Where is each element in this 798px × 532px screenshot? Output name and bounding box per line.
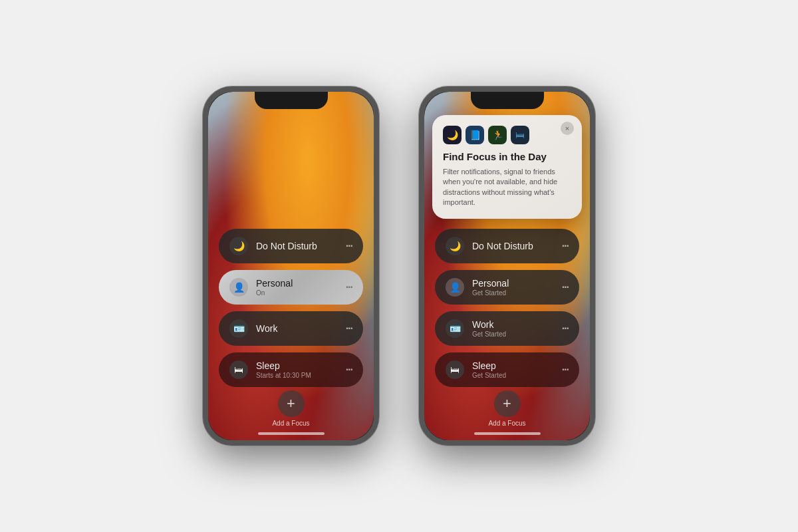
dots-work[interactable]: ··· bbox=[346, 323, 352, 334]
focus-text-do-not-disturb: Do Not Disturb bbox=[256, 241, 338, 252]
phone-2-focus-list: 🌙 Do Not Disturb ··· 👤 Personal Get Star… bbox=[424, 229, 590, 387]
p2-focus-subtitle-work: Get Started bbox=[472, 331, 554, 338]
dots-do-not-disturb[interactable]: ··· bbox=[346, 240, 352, 252]
popup-title: Find Focus in the Day bbox=[443, 151, 571, 163]
phone-2: × 🌙 📘 🏃 🛏 Find Focus in the Day Filter n… bbox=[419, 86, 595, 446]
phone-1: 🌙 Do Not Disturb ··· 👤 Personal On ··· bbox=[203, 86, 379, 446]
p2-focus-title-personal: Personal bbox=[472, 278, 554, 289]
p2-dots-do-not-disturb[interactable]: ··· bbox=[562, 240, 569, 252]
p2-focus-text-do-not-disturb: Do Not Disturb bbox=[472, 241, 554, 252]
phone-1-frame: 🌙 Do Not Disturb ··· 👤 Personal On ··· bbox=[203, 86, 379, 446]
phone-2-item-do-not-disturb[interactable]: 🌙 Do Not Disturb ··· bbox=[435, 229, 579, 263]
phone-1-home-indicator bbox=[258, 432, 325, 435]
popup-book-icon: 📘 bbox=[466, 126, 484, 144]
p2-focus-title-work: Work bbox=[472, 319, 554, 331]
focus-subtitle-sleep: Starts at 10:30 PM bbox=[256, 372, 338, 379]
p2-dots-personal[interactable]: ··· bbox=[562, 281, 569, 293]
popup-bed-icon: 🛏 bbox=[511, 126, 529, 144]
p2-dots-sleep[interactable]: ··· bbox=[562, 364, 569, 376]
popup-moon-icon: 🌙 bbox=[443, 126, 462, 144]
focus-title-do-not-disturb: Do Not Disturb bbox=[256, 241, 338, 252]
briefcase-icon: 🪪 bbox=[229, 319, 248, 338]
add-focus-button[interactable]: + bbox=[278, 390, 305, 417]
find-focus-popup: × 🌙 📘 🏃 🛏 Find Focus in the Day Filter n… bbox=[432, 115, 582, 219]
phone-1-item-sleep[interactable]: 🛏 Sleep Starts at 10:30 PM ··· bbox=[219, 352, 363, 387]
p2-focus-text-personal: Personal Get Started bbox=[472, 278, 554, 297]
add-focus-label: Add a Focus bbox=[272, 420, 309, 427]
phone-2-home-indicator bbox=[474, 432, 541, 435]
p2-dots-work[interactable]: ··· bbox=[562, 323, 569, 334]
bed-icon: 🛏 bbox=[229, 360, 248, 379]
focus-title-sleep: Sleep bbox=[256, 360, 338, 372]
phone-2-add-focus[interactable]: + Add a Focus bbox=[488, 390, 525, 427]
phone-2-item-sleep[interactable]: 🛏 Sleep Get Started ··· bbox=[435, 352, 579, 387]
person-icon: 👤 bbox=[229, 278, 248, 297]
p2-focus-title-sleep: Sleep bbox=[472, 360, 554, 372]
p2-focus-title-do-not-disturb: Do Not Disturb bbox=[472, 241, 554, 252]
phone-1-item-do-not-disturb[interactable]: 🌙 Do Not Disturb ··· bbox=[219, 229, 363, 263]
focus-title-personal: Personal bbox=[256, 278, 338, 289]
p2-person-icon: 👤 bbox=[446, 278, 464, 297]
p2-bed-icon: 🛏 bbox=[446, 360, 464, 379]
phone-2-frame: × 🌙 📘 🏃 🛏 Find Focus in the Day Filter n… bbox=[419, 86, 595, 446]
p2-add-focus-label: Add a Focus bbox=[488, 420, 525, 427]
p2-add-focus-button[interactable]: + bbox=[494, 390, 521, 417]
popup-icon-row: 🌙 📘 🏃 🛏 bbox=[443, 126, 571, 144]
focus-text-work: Work bbox=[256, 323, 338, 334]
p2-focus-subtitle-personal: Get Started bbox=[472, 289, 554, 297]
phone-2-notch bbox=[471, 92, 544, 109]
dots-sleep[interactable]: ··· bbox=[346, 364, 352, 376]
phone-1-focus-list: 🌙 Do Not Disturb ··· 👤 Personal On ··· bbox=[208, 229, 374, 387]
phone-1-notch bbox=[255, 92, 328, 109]
phone-2-screen: × 🌙 📘 🏃 🛏 Find Focus in the Day Filter n… bbox=[424, 92, 590, 440]
phone-1-add-focus[interactable]: + Add a Focus bbox=[272, 390, 309, 427]
phone-1-screen: 🌙 Do Not Disturb ··· 👤 Personal On ··· bbox=[208, 92, 374, 440]
p2-briefcase-icon: 🪪 bbox=[446, 319, 464, 338]
popup-run-icon: 🏃 bbox=[488, 126, 507, 144]
phone-2-item-personal[interactable]: 👤 Personal Get Started ··· bbox=[435, 270, 579, 305]
moon-icon: 🌙 bbox=[229, 237, 248, 255]
p2-focus-text-work: Work Get Started bbox=[472, 319, 554, 338]
phone-1-item-personal[interactable]: 👤 Personal On ··· bbox=[219, 270, 363, 305]
focus-text-sleep: Sleep Starts at 10:30 PM bbox=[256, 360, 338, 380]
p2-focus-subtitle-sleep: Get Started bbox=[472, 372, 554, 379]
popup-description: Filter notifications, signal to friends … bbox=[443, 167, 571, 208]
phone-2-item-work[interactable]: 🪪 Work Get Started ··· bbox=[435, 311, 579, 346]
popup-close-button[interactable]: × bbox=[561, 122, 574, 135]
phone-1-item-work[interactable]: 🪪 Work ··· bbox=[219, 311, 363, 346]
focus-title-work: Work bbox=[256, 323, 338, 334]
focus-text-personal: Personal On bbox=[256, 278, 338, 297]
focus-subtitle-personal: On bbox=[256, 289, 338, 297]
p2-moon-icon: 🌙 bbox=[446, 237, 464, 255]
p2-focus-text-sleep: Sleep Get Started bbox=[472, 360, 554, 380]
dots-personal[interactable]: ··· bbox=[346, 281, 352, 293]
